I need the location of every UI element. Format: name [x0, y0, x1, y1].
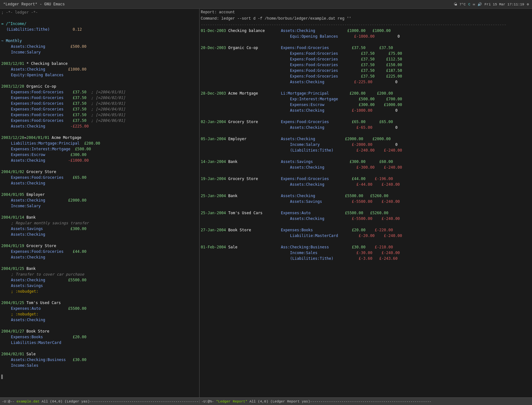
datetime: Fri 15 Mar 17:11:19	[484, 3, 524, 6]
right-pane[interactable]: Report: account Command: ledger --sort d…	[200, 9, 532, 397]
editor-text: ; -*- ledger -*- = /^Income/ (Liabilitie…	[1, 9, 198, 380]
report-header-line: Report: account	[201, 9, 531, 15]
titlebar-right: 🌤 7°C C ✉ 🔊 Fri 15 Mar 17:11:19 ⚙	[454, 2, 529, 6]
mail-icon: ✉	[473, 2, 475, 6]
main-area: ; -*- ledger -*- = /^Income/ (Liabilitie…	[0, 9, 532, 397]
settings-icon: ⚙	[527, 2, 529, 6]
editor-content[interactable]: ; -*- ledger -*- = /^Income/ (Liabilitie…	[0, 9, 199, 397]
report-data: 01-Dec-2003 Checking balance Assets:Chec…	[201, 28, 531, 261]
audio-icons: 🔊	[478, 2, 482, 6]
status-left-text: -U:@-- example.dat All (64,0) (Ledger ya…	[2, 400, 200, 403]
report-content: Report: account Command: ledger --sort d…	[200, 9, 532, 397]
command-line: Command: ledger --sort d -f /home/borbus…	[201, 16, 531, 22]
status-right-text: -U:@%- *Ledger Report* All (4,0) (Ledger…	[201, 400, 431, 403]
status-left: -U:@-- example.dat All (64,0) (Ledger ya…	[0, 400, 200, 403]
sync-icon: C	[468, 3, 471, 6]
titlebar: *Ledger Report* - GNU Emacs 🌤 7°C C ✉ 🔊 …	[0, 0, 532, 9]
separator-line: ----------------------------------------…	[201, 22, 531, 28]
left-pane[interactable]: ; -*- ledger -*- = /^Income/ (Liabilitie…	[0, 9, 200, 397]
window-title: *Ledger Report* - GNU Emacs	[3, 2, 65, 7]
weather: 🌤 7°C	[454, 2, 466, 6]
status-right: -U:@%- *Ledger Report* All (4,0) (Ledger…	[200, 400, 532, 403]
statusbar: -U:@-- example.dat All (64,0) (Ledger ya…	[0, 397, 532, 405]
